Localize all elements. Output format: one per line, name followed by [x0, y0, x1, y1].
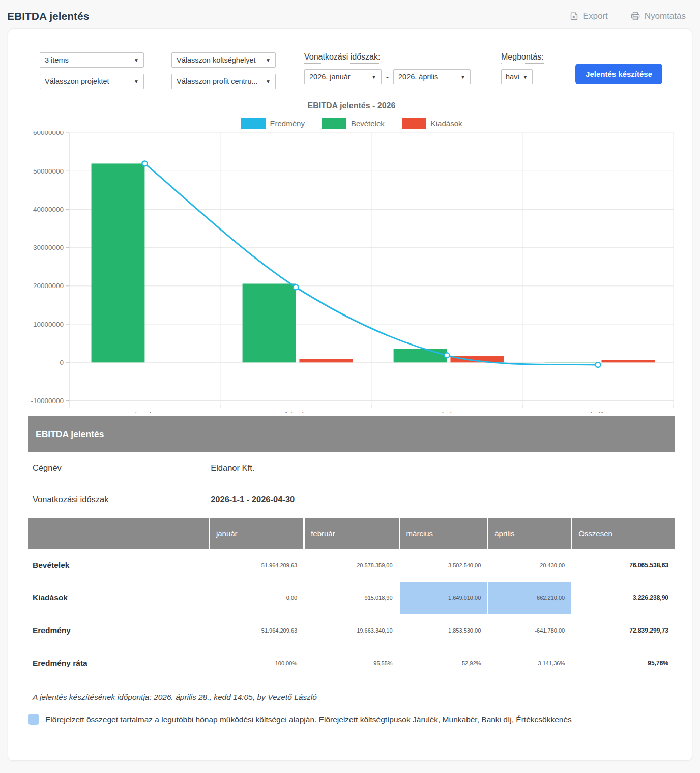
legend-label: Bevételek	[351, 119, 385, 128]
export-label: Export	[583, 11, 608, 21]
generate-report-button[interactable]: Jelentés készítése	[575, 64, 662, 84]
point-Eredmény-március[interactable]	[444, 353, 449, 358]
legend-swatch	[322, 118, 346, 129]
legend-label: Eredmény	[270, 119, 305, 128]
y-axis-label: 60000000	[33, 131, 64, 136]
report-table: januárfebruármárciusáprilisÖsszesen Bevé…	[27, 518, 676, 679]
report-col-Összesen: Összesen	[572, 518, 675, 549]
ebitda-chart: 6000000050000000400000003000000020000000…	[28, 131, 675, 413]
report-col-február: február	[305, 518, 398, 549]
bar-Bevételek-március[interactable]	[394, 349, 447, 362]
legend-item-Kiadások[interactable]: Kiadások	[402, 118, 462, 129]
report-period-row: Vonatkozási időszak 2026-1-1 - 2026-04-3…	[28, 483, 675, 515]
period-to-value: 2026. április	[398, 73, 438, 81]
y-axis-label: -10000000	[31, 397, 63, 405]
filter-bar: 3 items ▼ Válasszon projektet ▼ Válasszo…	[40, 52, 675, 89]
table-row-Eredmény: Eredmény51.964.209,6319.663.340,101.853.…	[28, 614, 675, 647]
ebitda-chart-svg: 6000000050000000400000003000000020000000…	[28, 131, 675, 413]
print-button[interactable]: Nyomtatás	[630, 11, 686, 21]
y-axis-label: 10000000	[33, 321, 64, 328]
page-title: EBITDA jelentés	[7, 10, 89, 22]
period-row: 2026. január ▼ - 2026. április ▼	[304, 69, 471, 84]
row-label: Kiadások	[28, 582, 209, 614]
period-filter: Vonatkozási időszak: 2026. január ▼ - 20…	[304, 52, 471, 84]
period-label: Vonatkozási időszak:	[304, 52, 380, 64]
chevron-down-icon: ▼	[134, 79, 139, 84]
bar-Kiadások-április[interactable]	[601, 360, 655, 362]
cell-Eredmény-február: 19.663.340,10	[305, 614, 398, 647]
cell-Eredmény-Összesen: 72.839.299,73	[572, 614, 675, 647]
cell-Kiadások-február: 915.018,90	[305, 582, 398, 614]
legend-item-Eredmény[interactable]: Eredmény	[241, 118, 305, 129]
filter-column-2: Válasszon költséghelyet ▼ Válasszon prof…	[171, 52, 276, 89]
report-col-április: április	[488, 518, 571, 549]
period-from-select[interactable]: 2026. január ▼	[304, 69, 382, 84]
point-Eredmény-február[interactable]	[293, 284, 298, 290]
cell-Bevételek-február: 20.578.359,00	[305, 549, 398, 582]
chart-legend: EredményBevételekKiadások	[28, 118, 675, 129]
legend-swatch	[241, 118, 266, 129]
row-label: Eredmény	[28, 614, 209, 647]
cell-Bevételek-március: 3.502.540,00	[400, 549, 487, 582]
y-axis-label: 30000000	[33, 244, 64, 251]
breakdown-select[interactable]: havi ▼	[501, 69, 533, 84]
report-band-title: EBITDA jelentés	[36, 429, 104, 440]
table-row-Kiadások: Kiadások0,00915.018,901.649.010,00662.21…	[28, 582, 675, 614]
chevron-down-icon: ▼	[460, 74, 465, 80]
chevron-down-icon: ▼	[134, 58, 139, 63]
company-row: Cégnév Eldanor Kft.	[28, 452, 675, 483]
cell-Eredmény-március: 1.853.530,00	[400, 614, 487, 647]
report-col-január: január	[210, 518, 303, 549]
chevron-down-icon: ▼	[523, 74, 528, 80]
cell-Kiadások-március: 1.649.010,00	[400, 582, 487, 614]
project-select[interactable]: Válasszon projektet ▼	[40, 74, 144, 89]
period-to-select[interactable]: 2026. április ▼	[393, 69, 471, 84]
filter-column-1: 3 items ▼ Válasszon projektet ▼	[40, 52, 144, 89]
export-button[interactable]: Export	[569, 11, 608, 21]
x-axis-label-február: február	[285, 411, 307, 413]
report-table-head: januárfebruármárciusáprilisÖsszesen	[28, 518, 675, 549]
point-Eredmény-április[interactable]	[595, 362, 600, 367]
y-axis-label: 0	[60, 359, 64, 366]
legend-label: Kiadások	[431, 119, 462, 128]
cell-Kiadások-Összesen: 3.226.238,90	[572, 582, 675, 614]
breakdown-select-value: havi	[506, 73, 519, 81]
x-axis-label-április: április	[589, 411, 607, 413]
items-select-value: 3 items	[45, 56, 69, 64]
profit-center-select-value: Válasszon profit centru...	[177, 77, 258, 85]
report-col-március: március	[400, 518, 487, 549]
report-col-empty	[28, 518, 209, 549]
chevron-down-icon: ▼	[266, 58, 271, 63]
breakdown-filter: Megbontás: havi ▼	[501, 52, 544, 84]
chart-title: EBITDA jelentés - 2026	[28, 101, 675, 110]
cell-Kiadások-április: 662.210,00	[488, 582, 571, 614]
bar-Bevételek-február[interactable]	[243, 284, 296, 363]
bar-Kiadások-február[interactable]	[299, 359, 353, 362]
cell-Eredmény ráta-Összesen: 95,76%	[572, 647, 675, 679]
forecast-highlight-swatch	[28, 714, 39, 725]
items-select[interactable]: 3 items ▼	[40, 52, 144, 68]
cell-Eredmény-április: -641.780,00	[488, 614, 571, 647]
report-band: EBITDA jelentés	[28, 416, 675, 452]
legend-item-Bevételek[interactable]: Bevételek	[322, 118, 385, 129]
bar-Bevételek-január[interactable]	[92, 163, 145, 362]
x-axis-label-január: január	[135, 411, 155, 413]
cost-center-select[interactable]: Válasszon költséghelyet ▼	[171, 52, 276, 68]
table-row-Bevételek: Bevételek51.964.209,6320.578.359,003.502…	[28, 549, 675, 582]
y-axis-label: 40000000	[33, 206, 64, 213]
report-period-label: Vonatkozási időszak	[28, 495, 211, 504]
period-separator: -	[386, 73, 389, 81]
cell-Eredmény-január: 51.964.209,63	[210, 614, 303, 647]
forecast-note: Előrejelzett összeget tartalmaz a legutó…	[28, 714, 675, 725]
cell-Eredmény ráta-február: 95,55%	[305, 647, 398, 679]
breakdown-label: Megbontás:	[501, 52, 544, 64]
page-header: EBITDA jelentés Export Nyomta	[0, 0, 700, 28]
period-from-value: 2026. január	[309, 73, 351, 81]
point-Eredmény-január[interactable]	[142, 161, 147, 166]
profit-center-select[interactable]: Válasszon profit centru... ▼	[171, 74, 276, 89]
cost-center-select-value: Válasszon költséghelyet	[177, 56, 256, 64]
excel-file-icon	[569, 12, 579, 21]
row-label: Eredmény ráta	[28, 647, 209, 679]
legend-swatch	[402, 118, 426, 129]
y-axis-label: 50000000	[33, 167, 64, 175]
